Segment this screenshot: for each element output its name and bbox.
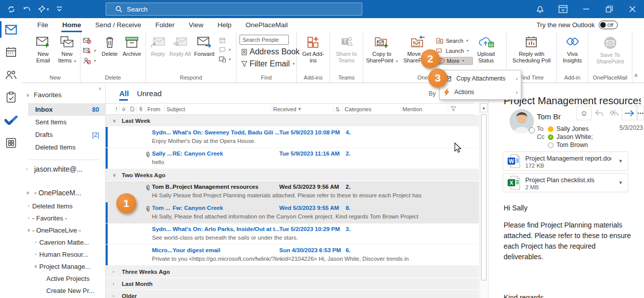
clean-up-button[interactable]: ▾: [82, 47, 100, 54]
copy-to-sharepoint-button[interactable]: Copy to SharePoint ▾: [364, 34, 399, 63]
filter-email-button[interactable]: Filter Email▾: [239, 59, 296, 69]
message-list-scrollbar[interactable]: ▲: [479, 103, 488, 298]
tree-folder-human-resour-[interactable]: ›Human Resour...: [22, 248, 105, 260]
sort-by-dropdown[interactable]: By: [429, 90, 436, 97]
address-book-button[interactable]: Address Book: [239, 47, 301, 57]
tab-unread[interactable]: Unread: [137, 89, 162, 98]
group-header-three-weeks-ago[interactable]: ›Three Weeks Ago: [106, 266, 479, 278]
tab-oneplacemail[interactable]: OnePlaceMail: [238, 19, 295, 32]
chevron-down-icon[interactable]: ∨: [25, 228, 32, 233]
group-header-older[interactable]: ›Older: [106, 290, 479, 298]
archive-button[interactable]: Archive: [120, 34, 144, 57]
get-addins-button[interactable]: Get Add-ins: [299, 34, 328, 63]
chevron-down-icon[interactable]: ∨: [113, 118, 117, 123]
oneplace-search-button[interactable]: Search▾: [435, 37, 473, 44]
more-button[interactable]: More▾: [435, 57, 473, 65]
scroll-up-icon[interactable]: ▲: [480, 103, 488, 112]
folder-sent-items[interactable]: Sent Items: [22, 116, 105, 128]
chevron-right-icon[interactable]: ›: [25, 215, 32, 220]
sender-name[interactable]: Tom Br: [537, 112, 566, 121]
forward-button[interactable]: Forward: [191, 34, 217, 57]
mail-row[interactable]: Sydn...What's On: Sweeney Todd, Badu Gil…: [106, 127, 479, 148]
rail-mail-icon[interactable]: [0, 18, 22, 41]
column-subject[interactable]: Subject: [164, 105, 271, 113]
search-people-input[interactable]: Search People: [239, 35, 289, 45]
delete-button[interactable]: Delete: [100, 34, 120, 57]
favorites-header[interactable]: ∨ Favorites: [26, 91, 62, 99]
chevron-right-icon[interactable]: ›: [113, 269, 117, 274]
account-oneplacemail[interactable]: ∨ - OnePlaceM...: [26, 189, 81, 197]
react-button[interactable]: ☺: [577, 106, 592, 120]
rail-todo-icon[interactable]: [0, 109, 22, 131]
collapse-ribbon-icon[interactable]: ∧: [634, 72, 638, 79]
forward-button-pane[interactable]: [622, 106, 637, 120]
column-categories[interactable]: Categories: [342, 105, 400, 113]
minimize-button[interactable]: [575, 0, 598, 18]
more-actions-icon[interactable]: [637, 106, 644, 120]
attachment-card[interactable]: WProject Management report.docx172 KB▼: [503, 152, 628, 171]
ignore-button[interactable]: [82, 37, 100, 44]
column-attachment-icon[interactable]: [136, 105, 145, 113]
tree-folder-active-projects[interactable]: Active Projects: [22, 272, 105, 284]
reply-all-button-pane[interactable]: [607, 106, 622, 120]
reply-button-pane[interactable]: [592, 106, 607, 120]
collapse-folder-pane-icon[interactable]: ‹: [99, 85, 101, 92]
tree-folder-deleted-items[interactable]: ›Deleted Items: [22, 200, 105, 212]
scrollbar-thumb[interactable]: [481, 114, 487, 280]
sync-icon[interactable]: [7, 5, 16, 14]
oneplace-launch-button[interactable]: Launch▾: [435, 47, 473, 54]
account-jason-white[interactable]: › jason.white@...: [26, 165, 83, 173]
new-items-button[interactable]: New Items ▾: [55, 34, 79, 63]
chevron-right-icon[interactable]: ›: [32, 240, 39, 245]
junk-button[interactable]: ▾: [82, 57, 100, 65]
tab-send-receive[interactable]: Send / Receive: [88, 19, 148, 32]
column-filter-icon[interactable]: [448, 105, 463, 113]
column-size[interactable]: S.: [333, 105, 342, 113]
search-input[interactable]: Search: [106, 3, 362, 16]
more-respond-button[interactable]: ▾: [217, 56, 234, 63]
attachment-card[interactable]: XProject Plan checklist.xls2 MB▼: [503, 173, 628, 192]
to-recipient[interactable]: Sally Jones: [556, 125, 589, 132]
menu-item-actions[interactable]: Actions ›: [440, 85, 521, 99]
group-header-last-month[interactable]: ›Last Month: [106, 278, 479, 290]
chevron-right-icon[interactable]: ›: [32, 252, 39, 257]
chevron-right-icon[interactable]: ›: [113, 281, 117, 286]
mail-row[interactable]: Sally ...RE: Canyon CreekTue 5/9/2023 11…: [106, 148, 479, 169]
folder-deleted-items[interactable]: Deleted Items: [22, 141, 105, 154]
column-from[interactable]: From: [145, 105, 164, 113]
tree-folder--favorites-[interactable]: ›- Favorites -: [22, 212, 105, 224]
new-email-button[interactable]: New Email: [31, 34, 55, 63]
folder-inbox[interactable]: Inbox80: [28, 103, 105, 116]
tree-folder--oneplacelive-[interactable]: ∨- OnePlaceLive -: [22, 224, 105, 236]
attachment-dropdown-icon[interactable]: ▼: [616, 159, 625, 164]
undo-icon[interactable]: [23, 6, 31, 13]
column-received[interactable]: Received ▼: [271, 105, 333, 113]
rail-people-icon[interactable]: [0, 63, 22, 86]
tab-home[interactable]: Home: [55, 19, 89, 32]
new-outlook-toggle[interactable]: Off: [599, 21, 618, 29]
cc-recipient-1[interactable]: Jason White;: [556, 133, 593, 140]
mail-row[interactable]: Micro...Your digest emailSun 4/30/2023 6…: [106, 245, 479, 266]
mail-row[interactable]: Tom ...Fw: Canyon CreekWed 5/3/2023 9:55…: [106, 202, 479, 224]
meeting-button[interactable]: [217, 37, 234, 44]
reply-with-scheduling-poll-button[interactable]: Reply with Scheduling Poll: [509, 34, 554, 63]
pin-icon[interactable]: ▾: [38, 5, 49, 13]
mail-row[interactable]: Tom B...Project Management resourcesWed …: [106, 181, 479, 202]
tree-folder-caverion-matte-[interactable]: ›Caverion Matte...: [22, 236, 105, 248]
mail-row[interactable]: Sydn...What's On: Arlo Parks, Inside/Out…: [106, 224, 479, 245]
tab-folder[interactable]: Folder: [148, 19, 182, 32]
customize-toolbar-icon[interactable]: [56, 6, 63, 13]
column-reminder-bell-icon[interactable]: [119, 105, 128, 113]
close-button[interactable]: [621, 0, 644, 18]
column-item-type-icon[interactable]: [128, 105, 136, 113]
tab-help[interactable]: Help: [210, 19, 238, 32]
folder-drafts[interactable]: Drafts[2]: [22, 128, 105, 141]
tab-all[interactable]: All: [119, 89, 129, 98]
chevron-right-icon[interactable]: ›: [25, 203, 32, 208]
attachment-dropdown-icon[interactable]: ▼: [616, 180, 625, 185]
chevron-right-icon[interactable]: ›: [113, 293, 117, 298]
chevron-down-icon[interactable]: ∨: [32, 264, 39, 269]
upload-status-button[interactable]: Upload Status: [473, 34, 499, 63]
tab-view[interactable]: View: [182, 19, 210, 32]
group-header-last-week[interactable]: ∨Last Week: [106, 115, 479, 127]
